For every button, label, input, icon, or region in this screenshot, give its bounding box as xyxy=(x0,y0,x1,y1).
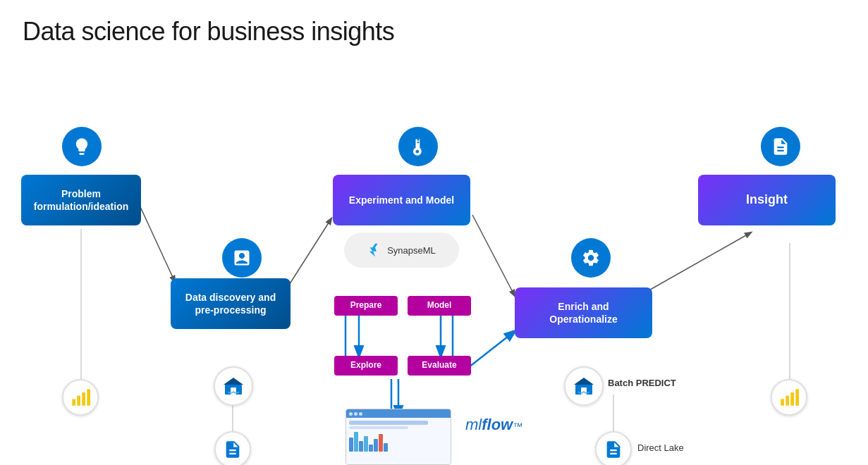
experiment-icon xyxy=(398,127,438,166)
svg-rect-24 xyxy=(781,399,784,405)
prepare-box: Prepare xyxy=(334,296,398,316)
problem-icon xyxy=(62,127,102,166)
svg-rect-27 xyxy=(795,389,799,405)
svg-line-3 xyxy=(472,215,515,296)
warehouse-right-icon xyxy=(564,366,604,406)
synapse-ml-cloud: SynapseML xyxy=(344,232,459,268)
powerbi-right-icon xyxy=(771,379,807,416)
explore-box: Explore xyxy=(334,356,398,376)
experiment-box: Experiment and Model xyxy=(333,175,470,225)
data-wrangler-image xyxy=(346,409,451,465)
svg-marker-19 xyxy=(224,378,243,385)
svg-rect-26 xyxy=(790,392,794,406)
mlflow-label: mlflow™ xyxy=(465,416,522,434)
enrich-icon xyxy=(571,238,611,278)
evaluate-box: Evaluate xyxy=(408,356,471,376)
direct-lake-label: Direct Lake xyxy=(637,442,684,453)
insight-icon xyxy=(761,127,800,166)
insight-box: Insight xyxy=(698,175,836,225)
svg-line-1 xyxy=(137,201,175,282)
svg-marker-22 xyxy=(574,378,594,385)
diagram-area: Problem formulation/ideation Data discov… xyxy=(0,63,868,465)
synapse-ml-label: SynapseML xyxy=(387,245,436,256)
svg-rect-17 xyxy=(87,389,90,405)
powerbi-left-icon xyxy=(62,379,99,416)
enrich-box: Enrich and Operationalize xyxy=(515,287,652,338)
warehouse-left-icon xyxy=(214,366,253,406)
batch-predict-label: Batch PREDICT xyxy=(608,377,676,390)
svg-rect-15 xyxy=(77,396,80,406)
page-title: Data science for business insights xyxy=(0,0,868,46)
problem-box: Problem formulation/ideation xyxy=(21,175,141,225)
svg-line-10 xyxy=(465,331,515,370)
doc-left-icon xyxy=(214,431,251,465)
data-discovery-icon xyxy=(222,238,262,278)
svg-rect-25 xyxy=(786,396,789,406)
data-discovery-box: Data discovery and pre-processing xyxy=(171,278,291,329)
model-box: Model xyxy=(408,296,471,316)
doc-right-icon xyxy=(595,431,632,465)
svg-rect-16 xyxy=(82,392,85,406)
svg-rect-14 xyxy=(72,399,75,405)
